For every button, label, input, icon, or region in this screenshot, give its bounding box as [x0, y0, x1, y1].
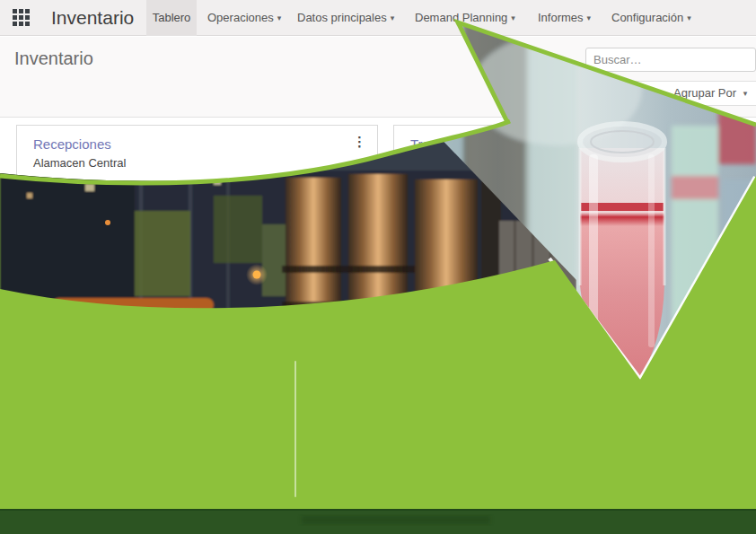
promo-overlay-graphic [0, 0, 756, 534]
thin-highlight-line [294, 361, 296, 497]
footer-bar [0, 509, 756, 534]
app-window: Inventario Tablero Operaciones▾ Datos pr… [0, 0, 756, 534]
